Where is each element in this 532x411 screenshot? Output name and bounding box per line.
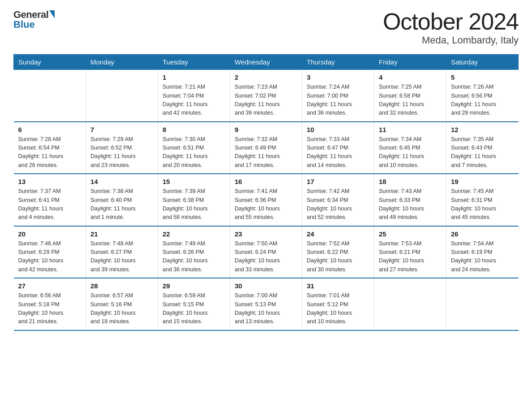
day-info: Sunrise: 7:01 AM Sunset: 5:12 PM Dayligh… [307, 291, 369, 326]
day-info: Sunrise: 7:21 AM Sunset: 7:04 PM Dayligh… [163, 83, 225, 118]
header-saturday: Saturday [446, 55, 519, 70]
day-number: 29 [163, 282, 225, 290]
calendar-cell: 13Sunrise: 7:37 AM Sunset: 6:41 PM Dayli… [14, 174, 86, 226]
logo-blue-text: Blue [13, 19, 35, 30]
day-info: Sunrise: 7:30 AM Sunset: 6:51 PM Dayligh… [163, 135, 225, 170]
calendar-cell: 22Sunrise: 7:49 AM Sunset: 6:26 PM Dayli… [158, 226, 230, 278]
day-number: 1 [163, 73, 225, 81]
day-info: Sunrise: 7:45 AM Sunset: 6:31 PM Dayligh… [451, 187, 514, 222]
calendar-cell: 25Sunrise: 7:53 AM Sunset: 6:21 PM Dayli… [374, 226, 446, 278]
day-info: Sunrise: 7:32 AM Sunset: 6:49 PM Dayligh… [235, 135, 297, 170]
day-info: Sunrise: 7:00 AM Sunset: 5:13 PM Dayligh… [235, 291, 297, 326]
day-number: 16 [235, 178, 297, 185]
calendar-cell: 5Sunrise: 7:26 AM Sunset: 6:56 PM Daylig… [446, 70, 519, 122]
day-info: Sunrise: 7:48 AM Sunset: 6:27 PM Dayligh… [90, 240, 153, 274]
calendar-cell: 10Sunrise: 7:33 AM Sunset: 6:47 PM Dayli… [302, 122, 374, 174]
calendar-cell: 3Sunrise: 7:24 AM Sunset: 7:00 PM Daylig… [302, 70, 374, 122]
day-number: 11 [379, 126, 442, 133]
header-tuesday: Tuesday [158, 55, 230, 70]
day-number: 19 [451, 178, 514, 185]
day-info: Sunrise: 7:38 AM Sunset: 6:40 PM Dayligh… [90, 187, 153, 222]
day-number: 24 [307, 230, 369, 238]
calendar-cell: 4Sunrise: 7:25 AM Sunset: 6:58 PM Daylig… [374, 70, 446, 122]
day-number: 26 [451, 230, 514, 238]
day-number: 4 [379, 73, 442, 81]
calendar-cell: 14Sunrise: 7:38 AM Sunset: 6:40 PM Dayli… [86, 174, 158, 226]
day-info: Sunrise: 7:28 AM Sunset: 6:54 PM Dayligh… [18, 135, 82, 170]
day-number: 8 [163, 126, 225, 133]
day-number: 15 [163, 178, 225, 185]
day-number: 12 [451, 126, 514, 133]
logo: General Blue [13, 9, 55, 30]
day-number: 5 [451, 73, 514, 81]
calendar-cell: 18Sunrise: 7:43 AM Sunset: 6:33 PM Dayli… [374, 174, 446, 226]
day-number: 9 [235, 126, 297, 133]
day-number: 22 [163, 230, 225, 238]
calendar-cell: 15Sunrise: 7:39 AM Sunset: 6:38 PM Dayli… [158, 174, 230, 226]
day-number: 23 [235, 230, 297, 238]
calendar-cell: 23Sunrise: 7:50 AM Sunset: 6:24 PM Dayli… [230, 226, 302, 278]
header-thursday: Thursday [302, 55, 374, 70]
day-number: 14 [90, 178, 153, 185]
week-row-4: 20Sunrise: 7:46 AM Sunset: 6:29 PM Dayli… [14, 226, 519, 278]
day-info: Sunrise: 7:35 AM Sunset: 6:43 PM Dayligh… [451, 135, 514, 170]
day-number: 17 [307, 178, 369, 185]
title-section: October 2024 Meda, Lombardy, Italy [383, 9, 519, 46]
header-sunday: Sunday [14, 55, 86, 70]
day-number: 3 [307, 73, 369, 81]
calendar-header-row: SundayMondayTuesdayWednesdayThursdayFrid… [14, 55, 519, 70]
calendar-cell: 21Sunrise: 7:48 AM Sunset: 6:27 PM Dayli… [86, 226, 158, 278]
day-number: 18 [379, 178, 442, 185]
day-info: Sunrise: 7:54 AM Sunset: 6:19 PM Dayligh… [451, 240, 514, 274]
calendar-cell [86, 70, 158, 122]
day-info: Sunrise: 7:25 AM Sunset: 6:58 PM Dayligh… [379, 83, 442, 118]
day-info: Sunrise: 7:23 AM Sunset: 7:02 PM Dayligh… [235, 83, 297, 118]
day-info: Sunrise: 7:33 AM Sunset: 6:47 PM Dayligh… [307, 135, 369, 170]
day-info: Sunrise: 6:59 AM Sunset: 5:15 PM Dayligh… [163, 291, 225, 326]
week-row-5: 27Sunrise: 6:56 AM Sunset: 5:18 PM Dayli… [14, 278, 519, 330]
calendar-cell: 28Sunrise: 6:57 AM Sunset: 5:16 PM Dayli… [86, 278, 158, 330]
header-friday: Friday [374, 55, 446, 70]
day-number: 25 [379, 230, 442, 238]
calendar-cell: 6Sunrise: 7:28 AM Sunset: 6:54 PM Daylig… [14, 122, 86, 174]
day-number: 6 [18, 126, 82, 133]
calendar-cell: 17Sunrise: 7:42 AM Sunset: 6:34 PM Dayli… [302, 174, 374, 226]
calendar-cell [374, 278, 446, 330]
day-number: 20 [18, 230, 82, 238]
day-info: Sunrise: 6:56 AM Sunset: 5:18 PM Dayligh… [18, 291, 82, 326]
day-info: Sunrise: 7:34 AM Sunset: 6:45 PM Dayligh… [379, 135, 442, 170]
day-info: Sunrise: 7:52 AM Sunset: 6:22 PM Dayligh… [307, 240, 369, 274]
header-monday: Monday [86, 55, 158, 70]
day-number: 2 [235, 73, 297, 81]
day-number: 10 [307, 126, 369, 133]
day-info: Sunrise: 6:57 AM Sunset: 5:16 PM Dayligh… [90, 291, 153, 326]
day-info: Sunrise: 7:26 AM Sunset: 6:56 PM Dayligh… [451, 83, 514, 118]
calendar-cell: 11Sunrise: 7:34 AM Sunset: 6:45 PM Dayli… [374, 122, 446, 174]
calendar-cell: 1Sunrise: 7:21 AM Sunset: 7:04 PM Daylig… [158, 70, 230, 122]
calendar-cell [14, 70, 86, 122]
page-header: General Blue October 2024 Meda, Lombardy… [13, 9, 519, 46]
week-row-1: 1Sunrise: 7:21 AM Sunset: 7:04 PM Daylig… [14, 70, 519, 122]
day-info: Sunrise: 7:46 AM Sunset: 6:29 PM Dayligh… [18, 240, 82, 274]
day-info: Sunrise: 7:49 AM Sunset: 6:26 PM Dayligh… [163, 240, 225, 274]
calendar-cell: 12Sunrise: 7:35 AM Sunset: 6:43 PM Dayli… [446, 122, 519, 174]
logo-triangle-icon [49, 10, 55, 18]
day-number: 28 [90, 282, 153, 290]
calendar-subtitle: Meda, Lombardy, Italy [383, 34, 519, 46]
day-info: Sunrise: 7:53 AM Sunset: 6:21 PM Dayligh… [379, 240, 442, 274]
calendar-cell: 8Sunrise: 7:30 AM Sunset: 6:51 PM Daylig… [158, 122, 230, 174]
day-number: 31 [307, 282, 369, 290]
calendar-cell: 27Sunrise: 6:56 AM Sunset: 5:18 PM Dayli… [14, 278, 86, 330]
calendar-cell: 31Sunrise: 7:01 AM Sunset: 5:12 PM Dayli… [302, 278, 374, 330]
day-info: Sunrise: 7:24 AM Sunset: 7:00 PM Dayligh… [307, 83, 369, 118]
calendar-cell: 29Sunrise: 6:59 AM Sunset: 5:15 PM Dayli… [158, 278, 230, 330]
day-info: Sunrise: 7:43 AM Sunset: 6:33 PM Dayligh… [379, 187, 442, 222]
day-info: Sunrise: 7:41 AM Sunset: 6:36 PM Dayligh… [235, 187, 297, 222]
week-row-3: 13Sunrise: 7:37 AM Sunset: 6:41 PM Dayli… [14, 174, 519, 226]
day-info: Sunrise: 7:50 AM Sunset: 6:24 PM Dayligh… [235, 240, 297, 274]
header-wednesday: Wednesday [230, 55, 302, 70]
day-info: Sunrise: 7:39 AM Sunset: 6:38 PM Dayligh… [163, 187, 225, 222]
day-info: Sunrise: 7:29 AM Sunset: 6:52 PM Dayligh… [90, 135, 153, 170]
day-number: 27 [18, 282, 82, 290]
calendar-cell [446, 278, 519, 330]
